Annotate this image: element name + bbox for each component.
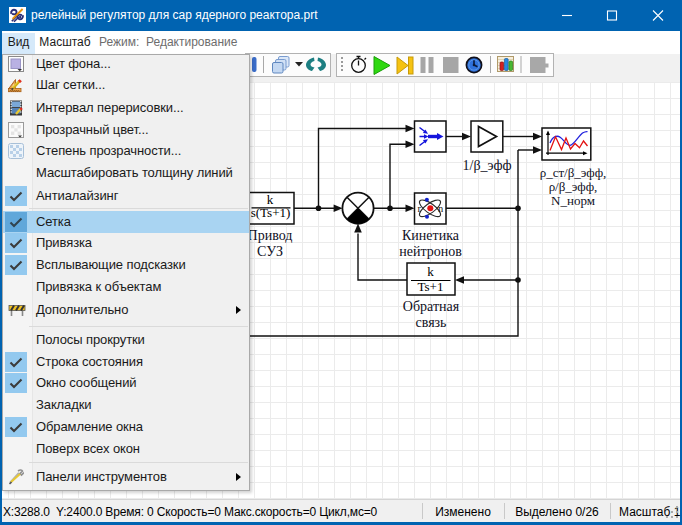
svg-text:ρ_ст/β_эфф,: ρ_ст/β_эфф,: [540, 165, 607, 180]
svg-text:связь: связь: [416, 315, 447, 330]
svg-text:Привод: Привод: [248, 228, 293, 243]
svg-text:нейтронов: нейтронов: [399, 244, 462, 259]
svg-text:Кинетика: Кинетика: [402, 228, 460, 243]
svg-text:Обратная: Обратная: [403, 299, 460, 314]
svg-text:k: k: [427, 264, 434, 279]
svg-text:1/β_эфф: 1/β_эфф: [463, 158, 512, 173]
svg-text:СУЗ: СУЗ: [257, 244, 283, 259]
svg-text:ρ/β_эфф,: ρ/β_эфф,: [549, 179, 598, 194]
svg-text:n: n: [438, 203, 444, 214]
svg-text:Ts+1: Ts+1: [418, 279, 444, 294]
svg-text:s(Ts+1): s(Ts+1): [251, 205, 291, 220]
svg-text:r: r: [418, 203, 422, 214]
svg-text:N_норм: N_норм: [551, 193, 595, 208]
